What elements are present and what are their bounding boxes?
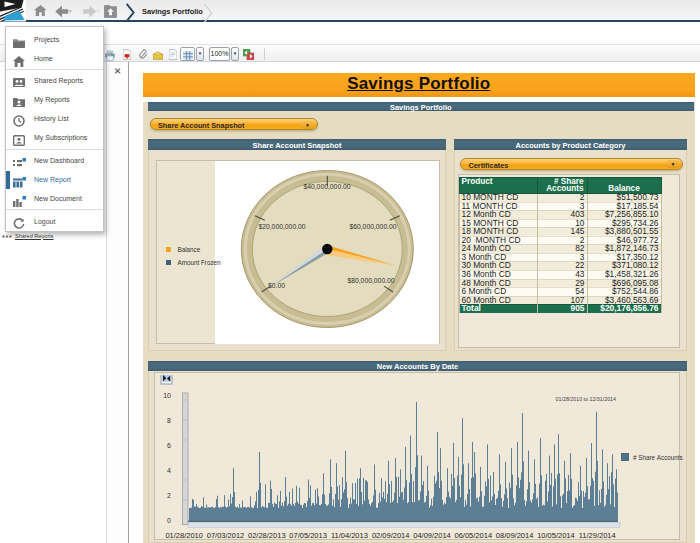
svg-text:11/04/2013: 11/04/2013 [331, 531, 368, 540]
svg-text:6: 6 [167, 442, 171, 449]
svg-text:07/03/2012: 07/03/2012 [207, 531, 245, 540]
svg-text:02/28/2013: 02/28/2013 [248, 531, 286, 540]
svg-text:0: 0 [167, 517, 171, 524]
svg-text:# Share Accounts: # Share Accounts [633, 454, 683, 461]
svg-text:07/05/2013: 07/05/2013 [289, 531, 327, 540]
svg-text:08/09/2014: 08/09/2014 [496, 531, 534, 540]
svg-text:04/09/2014: 04/09/2014 [413, 531, 451, 540]
svg-text:02/09/2014: 02/09/2014 [372, 531, 410, 540]
svg-text:11/29/2014: 11/29/2014 [579, 531, 616, 540]
svg-text:$80,000,000.00: $80,000,000.00 [347, 277, 394, 284]
svg-text:$0.00: $0.00 [268, 282, 285, 289]
svg-text:$20,000,000.00: $20,000,000.00 [258, 223, 305, 230]
svg-text:$60,000,000.00: $60,000,000.00 [349, 223, 396, 230]
svg-text:10/05/2014: 10/05/2014 [537, 531, 575, 540]
svg-text:10: 10 [163, 392, 171, 399]
svg-text:2: 2 [167, 492, 171, 499]
svg-text:$40,000,000.00: $40,000,000.00 [303, 183, 350, 190]
svg-text:01/28/2010 to 12/31/2014: 01/28/2010 to 12/31/2014 [556, 396, 616, 402]
svg-text:4: 4 [167, 467, 171, 474]
svg-text:06/05/2014: 06/05/2014 [455, 531, 493, 540]
svg-text:8: 8 [167, 417, 171, 424]
svg-text:01/28/2010: 01/28/2010 [165, 531, 203, 540]
